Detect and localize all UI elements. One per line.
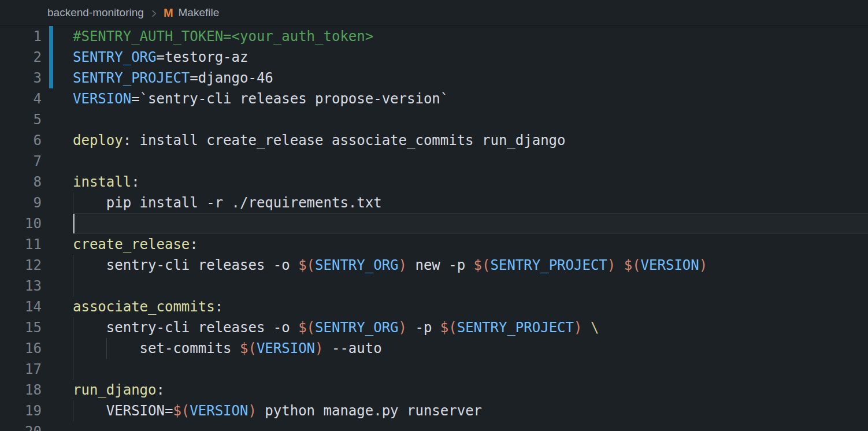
code-line-16[interactable]: 16 set-commits $(VERSION) --auto — [0, 338, 868, 359]
line-number: 19 — [0, 400, 42, 421]
code-content — [73, 359, 868, 380]
code-line-17[interactable]: 17 — [0, 359, 868, 380]
gutter[interactable]: 20 — [0, 421, 73, 431]
gutter[interactable]: 2 — [0, 47, 73, 68]
code-content: sentry-cli releases -o $(SENTRY_ORG) new… — [73, 255, 868, 276]
modified-lines-indicator — [49, 68, 53, 88]
editor-pane[interactable]: 1#SENTRY_AUTH_TOKEN=<your_auth_token>2SE… — [0, 26, 868, 431]
token-escape: \ — [591, 319, 599, 336]
code-lines: 1#SENTRY_AUTH_TOKEN=<your_auth_token>2SE… — [0, 26, 868, 431]
gutter[interactable]: 16 — [0, 338, 73, 359]
code-content: run_django: — [73, 380, 868, 400]
code-line-4[interactable]: 4VERSION=`sentry-cli releases propose-ve… — [0, 88, 868, 109]
code-content: install: — [73, 172, 868, 192]
code-line-8[interactable]: 8install: — [0, 172, 868, 192]
code-line-19[interactable]: 19 VERSION=$(VERSION) python manage.py r… — [0, 400, 868, 421]
token-interp: ) — [399, 319, 407, 336]
gutter[interactable]: 18 — [0, 380, 73, 400]
line-number: 20 — [0, 421, 42, 431]
code-editor-window: backend-monitoring M Makefile 1#SENTRY_A… — [0, 0, 868, 431]
token-text: : install create_release associate_commi… — [123, 132, 566, 148]
indent-guide — [73, 276, 73, 296]
gutter[interactable]: 19 — [0, 400, 73, 421]
code-line-3[interactable]: 3SENTRY_PROJECT=django-46 — [0, 68, 868, 88]
gutter[interactable]: 15 — [0, 317, 73, 338]
token-interp: ) — [699, 257, 707, 273]
token-variable: SENTRY_ORG — [315, 319, 399, 336]
token-target: associate_commits — [73, 299, 215, 315]
code-line-5[interactable]: 5 — [0, 109, 868, 130]
code-line-18[interactable]: 18run_django: — [0, 380, 868, 400]
breadcrumb-file[interactable]: Makefile — [179, 6, 220, 19]
indent-guide — [73, 317, 73, 338]
code-content — [73, 213, 868, 234]
breadcrumb-folder[interactable]: backend-monitoring — [47, 6, 144, 19]
code-content: pip install -r ./requirements.txt — [73, 192, 868, 213]
gutter[interactable]: 4 — [0, 88, 73, 109]
token-text: : — [157, 382, 165, 398]
token-text: -p — [407, 319, 440, 336]
code-content: VERSION=`sentry-cli releases propose-ver… — [73, 88, 868, 109]
indent-guide — [73, 400, 73, 421]
modified-lines-indicator — [49, 26, 53, 47]
line-number: 9 — [0, 192, 42, 213]
gutter[interactable]: 3 — [0, 68, 73, 88]
gutter[interactable]: 13 — [0, 276, 73, 296]
line-number: 2 — [0, 47, 42, 68]
code-content: SENTRY_ORG=testorg-az — [73, 47, 868, 68]
token-interp: $( — [624, 257, 641, 273]
code-content — [73, 421, 868, 431]
token-text: : — [215, 299, 223, 315]
line-number: 3 — [0, 68, 42, 88]
gutter[interactable]: 1 — [0, 26, 73, 47]
token-interp: ) — [248, 403, 256, 419]
gutter[interactable]: 5 — [0, 109, 73, 130]
code-line-20[interactable]: 20 — [0, 421, 868, 431]
token-text — [582, 319, 590, 336]
gutter[interactable]: 14 — [0, 296, 73, 317]
gutter[interactable]: 6 — [0, 130, 73, 151]
line-number: 14 — [0, 296, 42, 317]
code-line-11[interactable]: 11create_release: — [0, 234, 868, 255]
line-number: 10 — [0, 213, 42, 234]
token-variable: SENTRY_PROJECT — [73, 70, 190, 86]
token-comment: #SENTRY_AUTH_TOKEN=<your_auth_token> — [73, 28, 373, 44]
code-line-6[interactable]: 6deploy: install create_release associat… — [0, 130, 868, 151]
line-number: 1 — [0, 26, 42, 47]
token-text: : — [190, 236, 198, 252]
code-line-15[interactable]: 15 sentry-cli releases -o $(SENTRY_ORG) … — [0, 317, 868, 338]
line-number: 15 — [0, 317, 42, 338]
indent-guide — [106, 338, 107, 359]
breadcrumb: backend-monitoring M Makefile — [0, 0, 868, 26]
code-line-9[interactable]: 9 pip install -r ./requirements.txt — [0, 192, 868, 213]
code-content — [73, 151, 868, 172]
gutter[interactable]: 9 — [0, 192, 73, 213]
line-number: 13 — [0, 276, 42, 296]
token-variable: VERSION — [73, 91, 131, 107]
token-target: install — [73, 174, 131, 190]
token-interp: $( — [440, 319, 457, 336]
code-line-14[interactable]: 14associate_commits: — [0, 296, 868, 317]
token-text: sentry-cli releases -o — [73, 319, 298, 336]
gutter[interactable]: 8 — [0, 172, 73, 192]
gutter[interactable]: 11 — [0, 234, 73, 255]
gutter[interactable]: 12 — [0, 255, 73, 276]
gutter[interactable]: 7 — [0, 151, 73, 172]
code-line-10[interactable]: 10 — [0, 213, 868, 234]
token-variable: SENTRY_PROJECT — [457, 319, 574, 336]
indent-guide — [73, 359, 73, 380]
gutter[interactable]: 10 — [0, 213, 73, 234]
code-line-7[interactable]: 7 — [0, 151, 868, 172]
code-line-1[interactable]: 1#SENTRY_AUTH_TOKEN=<your_auth_token> — [0, 26, 868, 47]
token-variable: VERSION — [641, 257, 699, 273]
code-content — [73, 109, 868, 130]
code-line-12[interactable]: 12 sentry-cli releases -o $(SENTRY_ORG) … — [0, 255, 868, 276]
token-interp: $( — [298, 319, 315, 336]
token-interp: $( — [474, 257, 491, 273]
gutter[interactable]: 17 — [0, 359, 73, 380]
line-number: 17 — [0, 359, 42, 380]
code-content: deploy: install create_release associate… — [73, 130, 868, 151]
token-interp: ) — [315, 340, 323, 356]
code-line-13[interactable]: 13 — [0, 276, 868, 296]
code-line-2[interactable]: 2SENTRY_ORG=testorg-az — [0, 47, 868, 68]
